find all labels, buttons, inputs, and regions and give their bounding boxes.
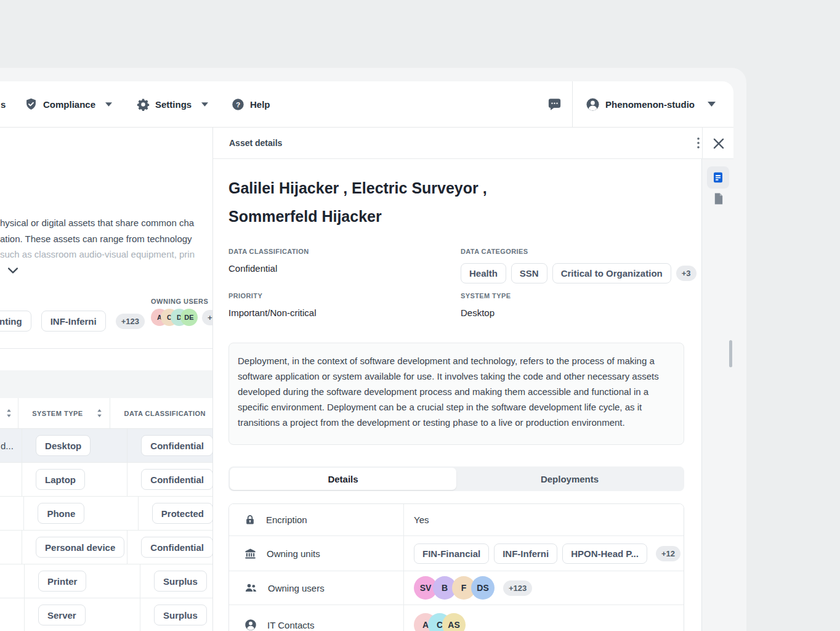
chat-icon	[547, 97, 562, 111]
assets-table-header: SYSTEM TYPE DATA CLASSIFICATION	[0, 398, 213, 429]
expand-description-button[interactable]	[8, 267, 19, 276]
detail-row-owning-units: Owning units FIN-Financial INF-Inferni H…	[229, 536, 684, 571]
tab-deployments[interactable]: Deployments	[456, 468, 683, 490]
chevron-down-icon	[708, 102, 716, 107]
asset-panel: Galilei Hijacker , Electric Surveyor , S…	[212, 159, 702, 631]
notes-icon	[712, 171, 724, 184]
top-navbar: s Compliance Settings ? Help	[0, 81, 733, 128]
asset-name-title: Galilei Hijacker , Electric Surveyor , S…	[228, 174, 623, 230]
details-table: Encription Yes Owning units FIN-Financia…	[228, 503, 684, 631]
assets-table: SYSTEM TYPE DATA CLASSIFICATION d... Des…	[0, 398, 213, 631]
nav-settings-label: Settings	[155, 99, 192, 110]
owning-unit-chip: INF-Inferni	[494, 543, 557, 564]
tag-badge: nting	[0, 311, 31, 332]
field-priority: PRIORITY Important/Non-critical	[228, 292, 317, 318]
panel-view-notes-button[interactable]	[707, 166, 729, 189]
more-users-pill[interactable]: +123	[503, 580, 532, 596]
panel-tabs: Details Deployments	[228, 466, 684, 491]
table-toolbar	[0, 370, 213, 398]
detail-row-it-contacts: IT Contacts A C AS	[229, 605, 684, 631]
nav-help-label: Help	[250, 99, 270, 110]
lock-icon	[244, 514, 256, 526]
classification-badge: Surplus	[154, 605, 207, 625]
more-categories-pill[interactable]: +3	[676, 266, 697, 281]
system-type-badge: Printer	[38, 571, 86, 592]
chevron-down-icon	[105, 102, 112, 107]
classification-badge: Confidential	[141, 537, 213, 558]
sort-icon[interactable]	[97, 409, 102, 417]
classification-badge: Confidential	[141, 435, 213, 456]
tab-details[interactable]: Details	[230, 468, 456, 490]
clipped-nav-item-label: s	[1, 99, 6, 110]
more-units-pill[interactable]: +12	[656, 546, 680, 561]
field-system-type: SYSTEM TYPE Desktop	[461, 292, 511, 318]
table-row[interactable]: Printer Surplus	[0, 564, 213, 598]
people-icon	[244, 582, 257, 594]
system-type-badge: Server	[38, 605, 86, 625]
svg-text:?: ?	[236, 100, 240, 108]
asset-group-description: hysical or digital assets that share com…	[0, 215, 213, 263]
asset-panel-header: Asset details	[212, 128, 702, 159]
column-header-name[interactable]	[0, 398, 18, 428]
close-panel-button[interactable]	[713, 138, 724, 149]
category-chip: Critical to Organization	[552, 263, 671, 283]
table-row[interactable]: Server Surplus	[0, 598, 213, 631]
avatar: DS	[471, 576, 495, 600]
owning-users-avatar-group: A C D DE +9	[151, 309, 213, 326]
table-row[interactable]: Phone Protected	[0, 497, 213, 531]
chat-button[interactable]	[547, 81, 562, 127]
shield-check-icon	[25, 97, 38, 111]
nav-item-help[interactable]: ? Help	[232, 81, 270, 127]
expand-chevron-icon	[8, 267, 19, 274]
column-header-classification[interactable]: DATA CLASSIFICATION	[110, 398, 213, 428]
chevron-down-icon	[201, 102, 208, 107]
panel-title: Asset details	[229, 138, 282, 148]
avatar: DE	[180, 309, 198, 326]
avatar: AS	[442, 613, 466, 631]
panel-close-cell	[702, 128, 733, 159]
asset-group-tags: nting INF-Inferni +123	[0, 311, 145, 332]
kebab-menu-icon	[697, 137, 700, 149]
user-avatar-icon	[586, 97, 600, 112]
table-row[interactable]: Personal device Confidential	[0, 531, 213, 564]
account-name: Phenomenon-studio	[605, 99, 695, 110]
gear-icon	[137, 98, 150, 111]
sort-icon[interactable]	[6, 409, 12, 417]
section-divider	[0, 348, 213, 349]
page-background-content: hysical or digital assets that share com…	[0, 128, 213, 631]
nav-compliance-label: Compliance	[43, 99, 95, 110]
help-icon: ?	[232, 98, 244, 111]
detail-row-owning-users: Owning users SV B F DS +123	[229, 571, 684, 605]
more-tags-pill[interactable]: +123	[116, 314, 145, 329]
file-icon	[713, 192, 724, 205]
system-type-badge: Personal device	[36, 537, 124, 558]
panel-view-file-button[interactable]	[707, 187, 729, 210]
nav-item-compliance[interactable]: Compliance	[25, 81, 112, 127]
field-data-classification: DATA CLASSIFICATION Confidential	[228, 248, 309, 274]
owning-unit-chip: HPON-Head P...	[562, 543, 647, 564]
close-icon	[713, 138, 724, 149]
tag-badge: INF-Inferni	[41, 311, 106, 332]
clipped-nav-item[interactable]: s	[1, 81, 6, 127]
system-type-badge: Desktop	[36, 435, 91, 456]
system-type-badge: Laptop	[36, 469, 85, 490]
account-menu[interactable]: Phenomenon-studio	[586, 81, 716, 127]
more-users-pill[interactable]: +9	[202, 310, 213, 325]
nav-item-settings[interactable]: Settings	[137, 81, 208, 127]
category-chip: SSN	[511, 263, 547, 283]
classification-badge: Confidential	[141, 469, 213, 490]
column-header-system-type[interactable]: SYSTEM TYPE	[18, 398, 110, 428]
classification-badge: Protected	[152, 503, 213, 524]
detail-row-encryption: Encription Yes	[229, 504, 684, 536]
owning-unit-chip: FIN-Financial	[414, 543, 489, 564]
category-chip: Health	[461, 263, 506, 283]
scrollbar-thumb[interactable]	[729, 340, 732, 367]
person-icon	[244, 619, 257, 631]
system-type-badge: Phone	[38, 503, 84, 524]
owning-users-label: OWNING USERS	[151, 298, 208, 305]
bank-icon	[244, 548, 256, 560]
table-row[interactable]: d... Desktop Confidential	[0, 429, 213, 463]
navbar-divider	[572, 81, 573, 127]
table-row[interactable]: Laptop Confidential	[0, 463, 213, 497]
asset-description: Deployment, in the context of software d…	[228, 343, 684, 445]
